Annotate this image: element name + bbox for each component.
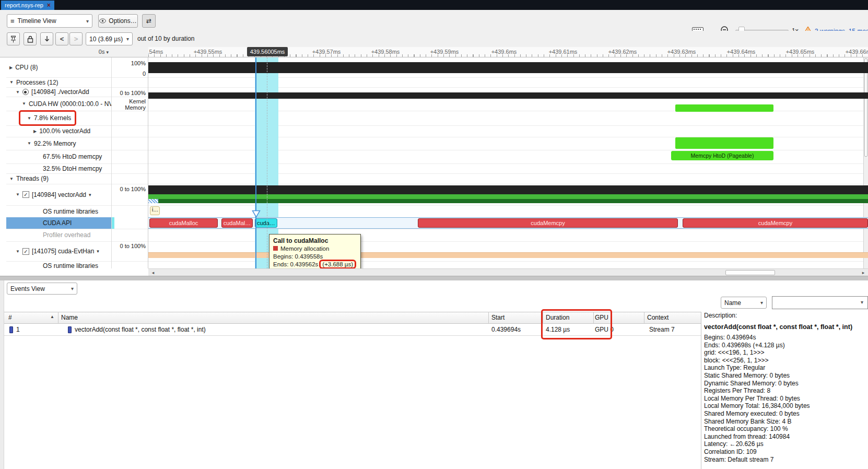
twisty-open-icon[interactable]: ▼	[9, 80, 14, 85]
options-button[interactable]: Options…	[98, 14, 138, 28]
view-selector[interactable]: ≡ Timeline View ▾	[7, 14, 92, 28]
range-selector[interactable]: 10 (3.69 µs) ▾	[86, 32, 133, 45]
hscrollbar-thumb[interactable]	[725, 270, 775, 275]
col-header-context[interactable]: Context	[647, 314, 668, 321]
memory-activity-bar[interactable]	[675, 137, 773, 149]
timeline-ruler[interactable]: +439.54ms +439.55ms +439.57ms +439.58ms …	[148, 47, 868, 57]
tree-row-os-runtime[interactable]: OS runtime libraries	[6, 205, 111, 217]
chevron-down-icon: ▾	[86, 18, 89, 24]
memcpy-htod-bar[interactable]: Memcpy HtoD (Pageable)	[671, 151, 773, 160]
tree-row-kernel-vectoradd[interactable]: ▶ 100.0% vectorAdd	[6, 125, 111, 137]
tree-row-cuda-api[interactable]: CUDA API	[6, 217, 111, 229]
tree-row-threads[interactable]: ▼ Threads (9)	[6, 173, 111, 184]
timeline-offset-header[interactable]: 0s ▾	[0, 47, 148, 57]
tree-row-process-vectoradd[interactable]: ▼ [140984] ./vectorAdd	[6, 87, 111, 97]
column-divider[interactable]	[148, 57, 148, 268]
timeline-hscrollbar[interactable]: ◂ ▸	[148, 268, 868, 276]
chevron-down-icon: ▾	[106, 50, 109, 55]
vscrollbar-thumb[interactable]	[864, 58, 867, 157]
tooltip-title: Call to cudaMalloc	[273, 237, 357, 245]
focus-radio-icon[interactable]	[22, 89, 29, 95]
twisty-open-icon[interactable]: ▼	[16, 249, 20, 254]
next-match-button[interactable]: >	[69, 32, 83, 45]
description-divider[interactable]	[701, 312, 701, 469]
chevron-left-icon: <	[60, 35, 64, 43]
pin-button[interactable]	[7, 32, 20, 45]
scale-label-memory: Memory	[111, 104, 146, 111]
twisty-open-icon[interactable]: ▼	[27, 141, 31, 146]
cuda-api-event-bar[interactable]: cudaMal…	[221, 218, 253, 228]
row-separator	[6, 241, 868, 242]
tree-row-thread-vectoradd[interactable]: ▼ ✓ [140984] vectorAdd ▾	[6, 184, 111, 205]
sort-asc-icon[interactable]: ▲	[50, 314, 54, 319]
chevron-down-icon[interactable]: ▾	[861, 299, 863, 305]
jump-down-button[interactable]	[40, 32, 53, 45]
cursor-time-badge: 439.56005ms	[247, 47, 288, 56]
hamburger-icon: ≡	[10, 17, 15, 25]
cuda-api-event-bar[interactable]: cudaMalloc	[149, 218, 218, 228]
row-separator	[6, 184, 868, 184]
lock-icon	[27, 36, 33, 43]
twisty-closed-icon[interactable]: ▶	[9, 65, 13, 70]
row-separator	[6, 150, 868, 150]
swap-rows-button[interactable]: ⇄	[142, 14, 156, 28]
events-view-selector[interactable]: Events View ▾	[7, 283, 77, 295]
prev-match-button[interactable]: <	[55, 32, 68, 45]
os-runtime-event-chip[interactable]: i…	[150, 206, 160, 215]
tree-row-cpu[interactable]: ▶ CPU (8)	[6, 57, 111, 77]
checkbox-checked-icon[interactable]: ✓	[22, 191, 29, 198]
description-details: Begins: 0.439694s Ends: 0.439698s (+4.12…	[704, 334, 867, 463]
cell-start: 0.439694s	[491, 326, 521, 333]
scale-label-max: 100%	[111, 60, 146, 66]
col-header-start[interactable]: Start	[491, 314, 505, 321]
checkbox-checked-icon[interactable]: ✓	[22, 248, 29, 255]
tree-row-htod[interactable]: 67.5% HtoD memcpy	[6, 150, 111, 163]
scale-label-thread: 0 to 100%	[111, 186, 146, 192]
twisty-open-icon[interactable]: ▼	[9, 177, 14, 181]
twisty-closed-icon[interactable]: ▶	[33, 129, 37, 134]
event-type-icon	[68, 326, 72, 333]
scale-label-kernel: Kernel	[111, 98, 146, 104]
tree-row-profiler-overhead[interactable]: Profiler overhead	[6, 229, 111, 241]
search-input[interactable]	[772, 296, 868, 309]
cuda-api-event-bar[interactable]: cudaMemcpy	[418, 218, 678, 228]
chevron-down-icon[interactable]: ▾	[89, 192, 91, 197]
twisty-open-icon[interactable]: ▼	[22, 101, 26, 106]
timeline-vscrollbar[interactable]	[863, 57, 868, 268]
tree-row-thread-evthandler[interactable]: ▼ ✓ [141075] cuda-EvtHan ▾	[6, 241, 111, 261]
timeline-hover-line	[267, 57, 267, 268]
tree-row-processes[interactable]: ▼ Processes (12)	[6, 77, 111, 87]
kernel-activity-bar[interactable]	[675, 104, 773, 112]
lock-button[interactable]	[24, 32, 37, 45]
tab-report[interactable]: report.nsys-rep ×	[1, 1, 54, 10]
scroll-left-icon[interactable]: ◂	[149, 269, 157, 276]
chevron-down-icon[interactable]: ▾	[97, 249, 99, 254]
options-label: Options…	[109, 17, 136, 25]
tooltip-kind: Memory allocation	[273, 245, 357, 253]
col-header-name[interactable]: Name	[61, 314, 78, 321]
description-title: vectorAdd(const float *, const float *, …	[704, 323, 867, 331]
event-marker-icon[interactable]	[252, 210, 261, 220]
twisty-open-icon[interactable]: ▼	[16, 90, 20, 95]
view-selector-label: Timeline View	[18, 17, 56, 25]
tree-row-dtoh[interactable]: 32.5% DtoH memcpy	[6, 163, 111, 173]
tree-row-cuda-hw[interactable]: ▼ CUDA HW (0000:01:00.0 - NVI	[6, 97, 111, 111]
cell-context: Stream 7	[649, 326, 675, 333]
tree-row-memory[interactable]: ▼ 92.2% Memory	[6, 137, 111, 150]
eye-icon	[99, 18, 106, 24]
close-icon[interactable]: ×	[47, 2, 51, 9]
scroll-right-icon[interactable]: ▸	[860, 269, 867, 276]
cuda-api-event-bar[interactable]: cudaMemcpy	[683, 218, 868, 228]
col-header-num[interactable]: #	[8, 314, 12, 321]
twisty-open-icon[interactable]: ▼	[16, 192, 20, 197]
tab-bar: report.nsys-rep ×	[0, 0, 868, 10]
hscroll-spacer	[0, 268, 148, 276]
chevron-down-icon: ▾	[71, 286, 74, 291]
tree-row-os-runtime-2[interactable]: OS runtime libraries	[6, 262, 111, 268]
event-tooltip: Call to cudaMalloc Memory allocation Beg…	[269, 234, 361, 268]
filter-field-selector[interactable]: Name ▾	[721, 297, 767, 309]
pane-splitter[interactable]	[0, 276, 868, 280]
row-separator	[6, 229, 868, 229]
nsight-systems-window: report.nsys-rep × ≡ Timeline View ▾ Opti…	[0, 0, 868, 469]
event-type-icon	[9, 326, 13, 333]
